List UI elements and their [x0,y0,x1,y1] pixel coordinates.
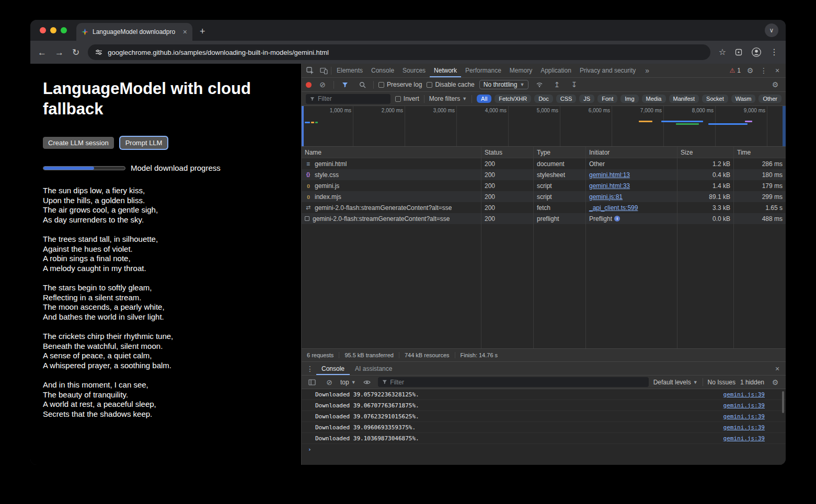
column-header-type[interactable]: Type [534,147,586,158]
network-settings-gear-icon[interactable]: ⚙ [769,78,781,91]
throttling-select[interactable]: No throttling ▼ [479,80,529,89]
clear-console-icon[interactable]: ⊘ [323,376,336,389]
filter-chip[interactable]: Img [620,95,638,103]
tab-search-chevron-icon[interactable]: ∨ [765,24,778,37]
request-initiator[interactable]: gemini.js:81 [589,193,623,201]
overview-left-handle[interactable] [302,106,304,146]
new-tab-button[interactable]: + [200,26,205,37]
disable-cache-checkbox[interactable]: Disable cache [427,81,474,88]
network-request-row[interactable]: index.mjs 200 script gemini.js:81 i 89.1… [302,191,786,202]
more-tabs-icon[interactable]: » [641,64,653,77]
drawer-menu-icon[interactable]: ⋮ [304,362,316,375]
devtools-tab[interactable]: Network [430,64,461,77]
preserve-log-checkbox[interactable]: Preserve log [378,81,422,88]
search-icon[interactable] [356,78,369,91]
error-badge[interactable]: ⚠ 1 [728,67,743,74]
column-header-time[interactable]: Time [734,147,786,158]
devtools-tab[interactable]: Elements [332,64,367,77]
network-request-row[interactable]: gemini-2.0-flash:streamGenerateContent?a… [302,202,786,213]
console-settings-gear-icon[interactable]: ⚙ [769,376,781,389]
clear-network-log-icon[interactable]: ⊘ [316,78,329,91]
network-request-row[interactable]: gemini-2.0-flash:streamGenerateContent?a… [302,213,786,224]
window-minimize-button[interactable] [50,27,56,33]
devtools-tab[interactable]: Application [536,64,576,77]
console-filter-box[interactable] [378,377,649,387]
filter-chip[interactable]: Media [642,95,666,103]
record-network-log-icon[interactable] [306,82,312,88]
console-message-source-link[interactable]: gemini.js:39 [723,424,765,431]
window-close-button[interactable] [40,27,46,33]
filter-chip[interactable]: JS [579,95,594,103]
filter-chip[interactable]: Fetch/XHR [495,95,531,103]
drawer-close-icon[interactable]: × [771,362,784,375]
console-context-select[interactable]: top ▼ [340,379,356,386]
column-header-name[interactable]: Name [302,147,481,158]
network-request-row[interactable]: gemini.js 200 script gemini.html:33 i 1.… [302,180,786,191]
console-message-source-link[interactable]: gemini.js:39 [723,391,765,398]
console-message-source-link[interactable]: gemini.js:39 [723,435,765,442]
filter-chip[interactable]: All [477,95,491,103]
devtools-tab[interactable]: Memory [505,64,536,77]
live-expression-eye-icon[interactable] [361,376,373,389]
console-message-source-link[interactable]: gemini.js:39 [723,402,765,409]
network-filter-input[interactable] [318,95,386,102]
default-levels-select[interactable]: Default levels ▼ [653,379,698,386]
column-header-initiator[interactable]: Initiator [586,147,677,158]
more-filters-select[interactable]: More filters ▼ [429,95,467,102]
profile-avatar-icon[interactable] [751,47,762,57]
filter-chip[interactable]: Font [597,95,617,103]
export-har-icon[interactable]: ↧ [568,78,580,91]
devtools-tab[interactable]: Privacy and security [576,64,640,77]
column-header-status[interactable]: Status [481,147,534,158]
network-conditions-icon[interactable] [533,78,546,91]
filter-funnel-icon[interactable] [339,78,351,91]
filter-chip[interactable]: CSS [556,95,577,103]
console-message-source-link[interactable]: gemini.js:39 [723,413,765,420]
request-initiator[interactable]: Preflight [589,215,612,222]
back-icon[interactable]: ← [38,48,47,57]
console-scrollbar[interactable] [782,391,784,413]
console-filter-input[interactable] [390,379,644,386]
console-sidebar-icon[interactable] [306,376,318,389]
filter-chip[interactable]: Wasm [731,95,756,103]
omnibox[interactable]: googlechrome.github.io/samples/downloadi… [88,44,710,60]
console-prompt[interactable]: › [302,444,786,455]
tab-close-icon[interactable]: × [183,28,187,36]
prompt-llm-button[interactable]: Prompt LLM [120,137,168,149]
devtools-tab[interactable]: Sources [398,64,430,77]
filter-chip[interactable]: Doc [534,95,553,103]
window-zoom-button[interactable] [61,27,67,33]
import-har-icon[interactable]: ↥ [550,78,563,91]
browser-menu-icon[interactable]: ⋮ [770,48,778,56]
devtools-tab[interactable]: Console [367,64,398,77]
url-text[interactable]: googlechrome.github.io/samples/downloadi… [108,49,329,56]
site-controls-icon[interactable] [95,49,102,55]
devtools-settings-gear-icon[interactable]: ⚙ [744,64,756,77]
drawer-tab[interactable]: Console [316,362,350,375]
invert-checkbox[interactable]: Invert [395,95,419,102]
devtools-menu-icon[interactable]: ⋮ [757,64,770,77]
devtools-tab[interactable]: Performance [461,64,505,77]
reload-icon[interactable]: ↻ [72,48,79,57]
forward-icon[interactable]: → [55,48,64,57]
overview-right-handle[interactable] [783,106,786,146]
filter-chip[interactable]: Socket [702,95,728,103]
filter-chip[interactable]: Other [758,95,781,103]
request-initiator[interactable]: _api_client.ts:599 [589,204,638,212]
browser-tab[interactable]: LanguageModel downloadpro × [76,23,192,41]
create-llm-session-button[interactable]: Create LLM session [43,137,114,149]
column-header-size[interactable]: Size [677,147,734,158]
hidden-count-label[interactable]: 1 hidden [740,379,764,386]
bookmark-star-icon[interactable]: ☆ [719,48,726,56]
drawer-tab[interactable]: AI assistance [350,362,397,375]
request-initiator[interactable]: gemini.html:13 [589,171,630,179]
devtools-close-icon[interactable]: × [771,64,784,77]
network-request-row[interactable]: gemini.html 200 document Other i 1.2 kB … [302,158,786,169]
network-request-row[interactable]: style.css 200 stylesheet gemini.html:13 … [302,169,786,180]
network-filter-box[interactable] [306,94,390,104]
request-initiator[interactable]: gemini.html:33 [589,182,630,190]
inspect-element-icon[interactable] [304,64,316,77]
filter-chip[interactable]: Manifest [669,95,699,103]
extensions-icon[interactable] [734,48,743,56]
device-toolbar-icon[interactable] [317,64,330,77]
